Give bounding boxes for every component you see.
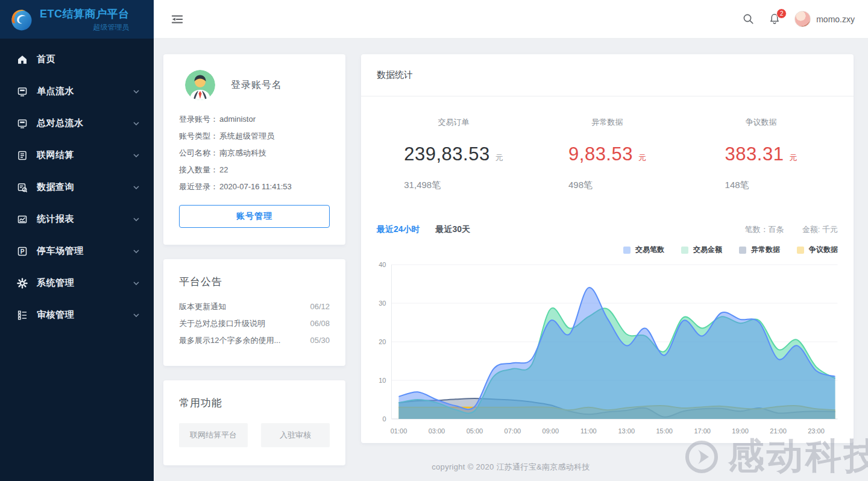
tab-last-24h[interactable]: 最近24小时	[377, 224, 420, 235]
x-tick-label: 07:00	[505, 427, 521, 435]
x-tick-label: 13:00	[618, 427, 635, 435]
chevron-down-icon	[133, 186, 139, 189]
profile-avatar	[185, 70, 215, 100]
chevron-down-icon	[133, 122, 139, 125]
chevron-down-icon	[133, 281, 139, 285]
data-query-icon	[17, 182, 28, 193]
sidebar-item-home[interactable]: 首页	[0, 43, 154, 75]
traffic-chart-svg[interactable]: 01020304001:0003:0005:0007:0009:0011:001…	[368, 257, 846, 443]
parking-icon: P	[17, 246, 28, 257]
x-tick-label: 05:00	[467, 427, 483, 435]
stats-panel: 数据统计 交易订单 239,83.53 元 31,498笔 异常数据	[361, 54, 854, 443]
legend-item-交易笔数[interactable]: 交易笔数	[623, 245, 664, 255]
stat-abnormal-data: 异常数据 9,83.53 元 498笔	[530, 117, 684, 224]
y-tick-label: 40	[379, 261, 386, 268]
stat-dispute-data: 争议数据 383.31 元 148笔	[684, 117, 838, 224]
sidebar-item-audit[interactable]: 审核管理	[0, 299, 154, 331]
profile-card: 登录账号名 登录账号：administor 账号类型：系统超级管理员 公司名称：…	[163, 54, 345, 245]
stat-trade-orders: 交易订单 239,83.53 元 31,498笔	[377, 117, 530, 224]
legend-label: 交易金额	[693, 245, 722, 255]
app-role: 超级管理员	[93, 22, 130, 33]
x-tick-label: 03:00	[429, 427, 445, 435]
legend-label: 异常数据	[751, 245, 780, 255]
x-tick-label: 17:00	[694, 427, 711, 435]
y-tick-label: 30	[379, 300, 386, 307]
y-tick-label: 0	[382, 415, 386, 423]
profile-field-type: 账号类型：系统超级管理员	[179, 128, 330, 145]
content-area: 登录账号名 登录账号：administor 账号类型：系统超级管理员 公司名称：…	[154, 39, 868, 481]
svg-text:P: P	[20, 248, 25, 255]
announcements-title: 平台公告	[179, 275, 330, 289]
home-icon	[17, 54, 28, 65]
announcement-item[interactable]: 版本更新通知 06/12	[179, 298, 330, 315]
announcement-item[interactable]: 最多展示12个字多余的使用... 05/30	[179, 332, 330, 349]
account-manage-button[interactable]: 账号管理	[179, 205, 330, 228]
legend-item-异常数据[interactable]: 异常数据	[739, 245, 780, 255]
profile-field-account: 登录账号：administor	[179, 111, 330, 128]
stats-panel-title: 数据统计	[361, 54, 854, 96]
search-icon[interactable]	[742, 13, 755, 25]
topbar: 2 momo.zxy	[154, 0, 868, 39]
legend-swatch	[797, 247, 804, 254]
sidebar-nav: 首页 单点流水 总对总流水	[0, 39, 154, 331]
x-tick-label: 19:00	[732, 427, 749, 435]
stats-row: 交易订单 239,83.53 元 31,498笔 异常数据 9,83.53 元	[361, 96, 854, 224]
profile-field-last-login: 最近登录：2020-07-16 11:41:53	[179, 178, 330, 195]
app-title: ETC结算商户平台	[40, 7, 130, 21]
sidebar-item-report[interactable]: 统计报表	[0, 203, 154, 235]
total-flow-icon	[17, 118, 28, 129]
quick-actions-title: 常用功能	[179, 396, 330, 410]
network-settlement-platform-button[interactable]: 联网结算平台	[179, 423, 248, 447]
x-tick-label: 15:00	[656, 427, 673, 435]
profile-title: 登录账号名	[231, 79, 282, 92]
sidebar-item-parking[interactable]: P 停车场管理	[0, 235, 154, 267]
audit-icon	[17, 310, 28, 321]
network-settlement-icon	[17, 150, 28, 161]
quick-actions-card: 常用功能 联网结算平台 入驻审核	[163, 380, 345, 465]
x-tick-label: 23:00	[808, 427, 825, 435]
brand-header: ETC结算商户平台 超级管理员	[0, 0, 154, 39]
legend-swatch	[623, 247, 631, 254]
y-tick-label: 20	[379, 338, 386, 345]
user-menu[interactable]: momo.zxy	[794, 11, 855, 27]
x-tick-label: 21:00	[770, 427, 787, 435]
x-tick-label: 11:00	[580, 427, 597, 435]
profile-field-company: 公司名称：南京感动科技	[179, 145, 330, 162]
legend-item-争议数据[interactable]: 争议数据	[797, 245, 838, 255]
sidebar: ETC结算商户平台 超级管理员 首页 单点流水	[0, 0, 154, 481]
legend-swatch	[739, 247, 746, 254]
chart-units: 笔数：百条 金额: 千元	[745, 224, 838, 235]
username: momo.zxy	[816, 14, 855, 24]
traffic-chart[interactable]: 01020304001:0003:0005:0007:0009:0011:001…	[361, 255, 854, 443]
chart-legend: 交易笔数交易金额异常数据争议数据	[361, 235, 854, 255]
entry-audit-button[interactable]: 入驻审核	[261, 423, 330, 447]
profile-field-access-count: 接入数量：22	[179, 162, 330, 178]
legend-item-交易金额[interactable]: 交易金额	[681, 245, 722, 255]
legend-label: 争议数据	[809, 245, 838, 255]
report-icon	[17, 214, 28, 225]
sidebar-item-single-flow[interactable]: 单点流水	[0, 75, 154, 107]
footer-copyright: copyright © 2020 江苏通行宝&南京感动科技	[154, 462, 868, 473]
sidebar-item-network-settlement[interactable]: 联网结算	[0, 139, 154, 171]
avatar	[794, 11, 811, 27]
menu-fold-icon[interactable]	[171, 13, 184, 26]
chevron-down-icon	[133, 250, 139, 253]
notifications-bell-icon[interactable]: 2	[768, 12, 781, 26]
y-tick-label: 10	[379, 377, 386, 384]
announcement-item[interactable]: 关于总对总接口升级说明 06/08	[179, 315, 330, 332]
single-flow-icon	[17, 86, 28, 97]
x-tick-label: 09:00	[542, 427, 559, 435]
announcements-card: 平台公告 版本更新通知 06/12 关于总对总接口升级说明 06/08 最多展示…	[163, 259, 345, 366]
chevron-down-icon	[133, 154, 139, 157]
tab-last-30d[interactable]: 最近30天	[436, 224, 471, 235]
sidebar-item-data-query[interactable]: 数据查询	[0, 171, 154, 203]
chevron-down-icon	[133, 90, 139, 93]
app-logo-icon	[8, 7, 34, 32]
sidebar-item-system[interactable]: 系统管理	[0, 267, 154, 299]
chevron-down-icon	[133, 313, 139, 317]
x-tick-label: 01:00	[391, 427, 407, 435]
sidebar-item-total-flow[interactable]: 总对总流水	[0, 107, 154, 139]
chevron-down-icon	[133, 218, 139, 221]
legend-swatch	[681, 247, 688, 254]
chart-range-tabs: 最近24小时 最近30天 笔数：百条 金额: 千元	[361, 224, 854, 235]
